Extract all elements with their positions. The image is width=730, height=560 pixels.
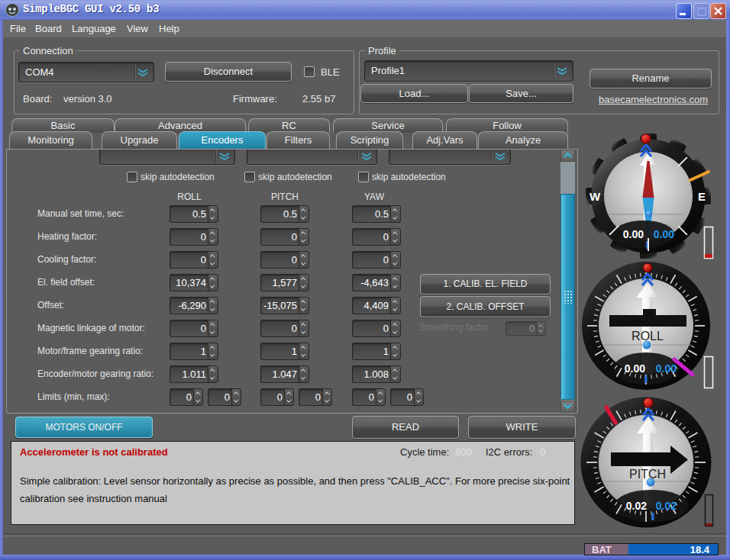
svg-text:ROLL: ROLL xyxy=(631,330,664,343)
svg-text:0.02: 0.02 xyxy=(656,500,677,512)
svg-text:PITCH: PITCH xyxy=(629,468,666,481)
svg-text:E: E xyxy=(698,190,706,203)
svg-text:0.00: 0.00 xyxy=(625,362,645,375)
svg-text:0.00: 0.00 xyxy=(656,362,677,375)
svg-text:W: W xyxy=(589,190,601,203)
svg-text:0.02: 0.02 xyxy=(626,500,647,512)
svg-text:0.00: 0.00 xyxy=(623,228,644,240)
svg-text:0.00: 0.00 xyxy=(654,228,674,240)
